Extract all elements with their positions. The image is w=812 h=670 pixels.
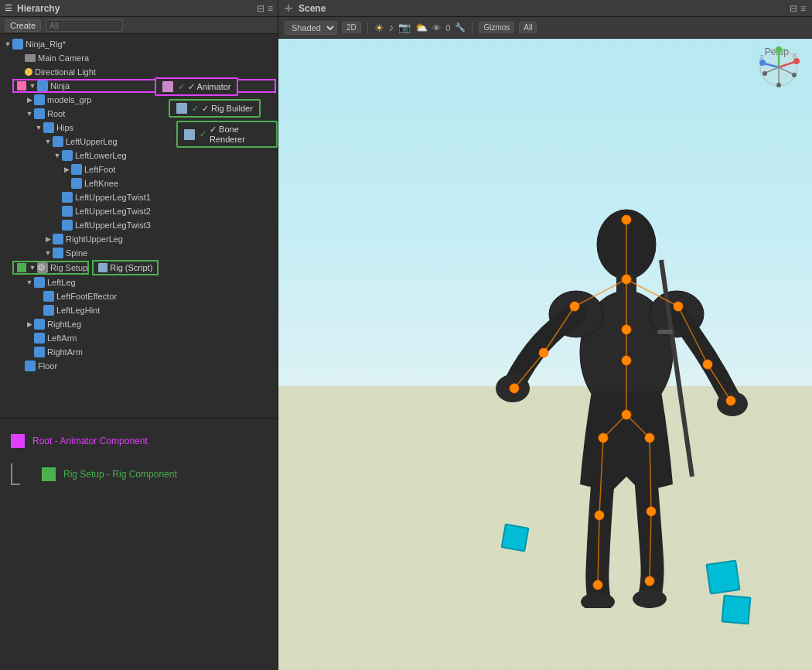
arrow-right-leg: ▶ xyxy=(25,320,34,328)
cube-icon-ninja xyxy=(37,80,48,91)
hierarchy-title: Hierarchy xyxy=(17,3,60,14)
label-left-upper-leg: LeftUpperLeg xyxy=(66,137,118,146)
search-input[interactable] xyxy=(46,19,123,32)
tree-item-left-foot-effector[interactable]: LeftFootEffector xyxy=(0,289,278,303)
rig-builder-badge: ✓ ✓ Rig Builder xyxy=(169,99,261,118)
cube-icon-right-upper-leg xyxy=(53,234,63,244)
tree-item-right-arm[interactable]: RightArm xyxy=(0,345,278,359)
svg-text:Z: Z xyxy=(759,53,763,60)
scene-toolbar: Shaded 2D ☀ ♪ 📷 ⛅ 👁 0 🔧 Gizmos All xyxy=(278,17,812,39)
label-models-grp: models_grp xyxy=(47,95,91,104)
rig-script-badge: Rig (Script) xyxy=(92,260,159,275)
label-spine: Spine xyxy=(66,248,87,258)
tree-item-lul-twist3[interactable]: LeftUpperLegTwist3 xyxy=(0,218,278,232)
cube-icon-left-knee xyxy=(71,178,82,189)
legend-item-root: Root - Animator Component xyxy=(11,434,267,448)
audio-icon: ♪ xyxy=(389,22,394,33)
svg-point-8 xyxy=(633,590,667,608)
cube-icon-hips xyxy=(43,122,54,133)
scene-menu-icon[interactable]: ≡ xyxy=(800,3,806,14)
cyan-cube-3 xyxy=(721,594,751,624)
cube-icon-lul-twist3 xyxy=(62,220,73,231)
scene-panel: ✛ Scene ⊟ ≡ Shaded 2D ☀ ♪ 📷 ⛅ 👁 0 🔧 Gizm… xyxy=(278,0,812,670)
cube-icon-lul-twist1 xyxy=(62,192,73,203)
tree-item-left-foot[interactable]: ▶ LeftFoot xyxy=(0,162,278,176)
label-right-leg: RightLeg xyxy=(47,320,81,329)
tree-item-main-camera[interactable]: Main Camera xyxy=(0,51,278,65)
animator-badge: ✓ ✓ Animator xyxy=(155,77,238,96)
label-ninja-rig: Ninja_Rig* xyxy=(26,39,66,49)
arrow-right-upper-leg: ▶ xyxy=(43,235,53,243)
tree-item-left-leg-hint[interactable]: LeftLegHint xyxy=(0,303,278,317)
svg-point-59 xyxy=(776,83,781,87)
toolbar-separator-1 xyxy=(367,22,368,34)
tree-item-right-upper-leg[interactable]: ▶ RightUpperLeg xyxy=(0,232,278,246)
sun-icon: ☀ xyxy=(374,22,384,34)
tree-item-ninja-rig[interactable]: ▼ Ninja_Rig* xyxy=(0,37,278,51)
rig-script-label: Rig (Script) xyxy=(110,263,152,272)
rig-script-icon xyxy=(98,263,107,272)
animator-icon xyxy=(162,81,173,92)
shaded-select[interactable]: Shaded xyxy=(285,21,337,35)
camera-icon: 📷 xyxy=(398,22,411,33)
tree-item-floor[interactable]: Floor xyxy=(0,359,278,373)
lock-icon[interactable]: ⊟ xyxy=(257,3,264,14)
svg-text:X: X xyxy=(793,52,797,59)
tree-item-rig-setup[interactable]: ▼ ⚙ Rig Setup xyxy=(12,261,89,275)
scene-expand-icon[interactable]: ⊟ xyxy=(790,3,797,14)
arrow-left-foot: ▶ xyxy=(62,166,71,173)
gizmos-button[interactable]: Gizmos xyxy=(479,22,514,33)
legend-rig-label: Rig Setup - Rig Component xyxy=(63,469,177,480)
hierarchy-header: ☰ Hierarchy ⊟ ≡ xyxy=(0,0,278,17)
legend-panel: Root - Animator Component Rig Setup - Ri… xyxy=(0,418,278,670)
label-floor: Floor xyxy=(38,361,57,371)
label-lul-twist3: LeftUpperLegTwist3 xyxy=(75,220,151,230)
create-button[interactable]: Create xyxy=(5,19,41,32)
label-left-leg: LeftLeg xyxy=(47,278,76,287)
tree-item-left-knee[interactable]: LeftKnee xyxy=(0,176,278,190)
legend-root-label: Root - Animator Component xyxy=(32,436,148,446)
hierarchy-toolbar: Create xyxy=(0,17,278,34)
svg-point-52 xyxy=(759,60,766,66)
cube-icon-lul-twist2 xyxy=(62,206,73,217)
cube-icon-left-leg-hint xyxy=(43,305,54,316)
hierarchy-header-right: ⊟ ≡ xyxy=(257,3,273,14)
scene-hash-icon: ✛ xyxy=(285,3,292,14)
cloud-icon: ⛅ xyxy=(415,22,428,33)
2d-button[interactable]: 2D xyxy=(342,22,361,33)
label-lul-twist2: LeftUpperLegTwist2 xyxy=(75,207,151,216)
tree-item-left-lower-leg[interactable]: ▼ LeftLowerLeg xyxy=(0,149,278,162)
bone-renderer-badge: ✓ ✓ Bone Renderer xyxy=(176,121,278,148)
tree-item-spine[interactable]: ▼ Spine xyxy=(0,246,278,260)
tree-item-left-arm[interactable]: LeftArm xyxy=(0,331,278,345)
tree-item-lul-twist1[interactable]: LeftUpperLegTwist1 xyxy=(0,190,278,204)
rig-setup-row-container: ▼ ⚙ Rig Setup Rig (Script) xyxy=(0,260,278,275)
svg-point-46 xyxy=(793,58,800,64)
cube-icon-left-leg xyxy=(34,277,45,288)
label-left-leg-hint: LeftLegHint xyxy=(56,306,100,315)
cube-icon-left-arm xyxy=(34,333,45,344)
tree-item-right-leg[interactable]: ▶ RightLeg xyxy=(0,317,278,331)
label-left-arm: LeftArm xyxy=(47,333,77,343)
scene-title: Scene xyxy=(299,3,326,14)
arrow-ninja-rig: ▼ xyxy=(3,40,12,48)
all-button[interactable]: All xyxy=(519,22,537,33)
label-root: Root xyxy=(47,109,65,118)
cube-icon-right-leg xyxy=(34,319,45,330)
menu-icon[interactable]: ≡ xyxy=(268,3,273,14)
toolbar-separator-2 xyxy=(472,22,473,34)
pink-square-icon xyxy=(17,81,26,91)
arrow-left-leg: ▼ xyxy=(25,279,34,286)
cube-icon-root xyxy=(34,108,45,119)
tree-item-lul-twist2[interactable]: LeftUpperLegTwist2 xyxy=(0,204,278,218)
label-rig-setup: Rig Setup xyxy=(50,263,87,272)
tree-item-left-leg[interactable]: ▼ LeftLeg xyxy=(0,275,278,289)
orientation-gizmo[interactable]: X Y Z xyxy=(758,46,800,89)
light-icon xyxy=(25,68,32,76)
label-left-foot: LeftFoot xyxy=(84,165,115,174)
cube-icon-right-arm xyxy=(34,347,45,357)
rig-icon: ⚙ xyxy=(37,262,48,273)
arrow-models-grp: ▶ xyxy=(25,96,34,104)
bone-renderer-icon xyxy=(184,129,195,140)
label-left-knee: LeftKnee xyxy=(84,179,118,188)
